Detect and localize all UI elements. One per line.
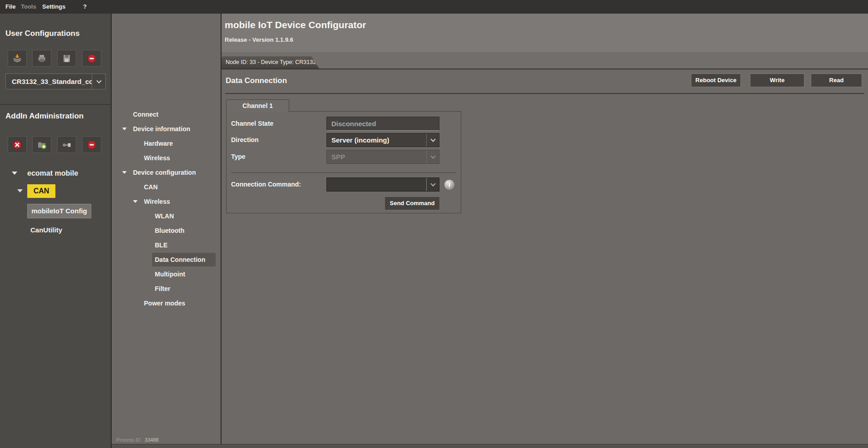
bottom-status-band [112, 444, 868, 448]
nav-item-data-connection[interactable]: Data Connection [112, 252, 221, 267]
chevron-down-icon [96, 78, 101, 83]
connection-command-value [327, 178, 426, 191]
nav-item-device-configuration[interactable]: Device configuration [112, 165, 221, 180]
read-button[interactable]: Read [811, 74, 862, 87]
print-config-button[interactable] [32, 50, 51, 67]
tree-node-canutility-label[interactable]: CanUtility [30, 226, 62, 234]
save-config-button[interactable] [57, 50, 76, 67]
connection-command-dropdown-button[interactable] [426, 178, 439, 191]
connection-command-row: Connection Command: [227, 177, 461, 192]
direction-dropdown-button[interactable] [426, 133, 439, 147]
import-config-button[interactable] [8, 50, 27, 67]
connection-command-label: Connection Command: [231, 177, 301, 192]
tree-node-mobileiot-label[interactable]: mobileIoT Config [27, 204, 91, 218]
user-configurations-title: User Configurations [5, 29, 79, 38]
menu-tools[interactable]: Tools [21, 0, 36, 14]
nav-item-wlan[interactable]: WLAN [112, 209, 221, 223]
reboot-device-button[interactable]: Reboot Device [691, 74, 741, 87]
section-divider [225, 93, 864, 94]
collapse-arrow-icon[interactable] [133, 200, 138, 203]
menu-help[interactable]: ? [83, 0, 87, 14]
process-id: Process ID33488 [116, 437, 158, 443]
config-select[interactable]: CR3132_33_Standard_conf [5, 74, 106, 89]
close-circle-icon [12, 139, 23, 150]
remove-circle-icon [86, 139, 97, 150]
type-select-value: SPP [327, 150, 426, 163]
section-title: Data Connection [226, 76, 287, 85]
direction-label: Direction [231, 133, 259, 147]
nav-item-multipoint[interactable]: Multipoint [112, 267, 221, 281]
chevron-down-icon [430, 137, 435, 142]
channel-panel: Channel State Disconnected Direction Ser… [226, 111, 461, 213]
channel-state-row: Channel State Disconnected [227, 117, 461, 131]
process-id-value: 33488 [145, 437, 159, 443]
connect-addin-button[interactable] [57, 136, 76, 153]
import-config-icon [12, 53, 23, 64]
tree-node-label[interactable]: ecomat mobile [27, 169, 78, 177]
close-addin-button[interactable] [8, 136, 27, 153]
direction-select-value: Server (incoming) [327, 133, 426, 147]
app-title: mobile IoT Device Configurator [225, 20, 366, 30]
sidebar: User Configurations CR3132_33_Standard_c… [0, 14, 111, 448]
connector-icon [61, 139, 72, 150]
delete-config-button[interactable] [82, 50, 101, 67]
menu-settings[interactable]: Settings [42, 0, 65, 14]
nav-item-can[interactable]: CAN [112, 180, 221, 194]
collapse-arrow-icon[interactable] [122, 128, 127, 130]
collapse-arrow-icon[interactable] [122, 171, 127, 174]
app-header: mobile IoT Device Configurator Release -… [222, 14, 868, 52]
nav-item-power-modes[interactable]: Power modes [112, 296, 221, 310]
config-select-value: CR3132_33_Standard_conf [6, 74, 92, 89]
tree-node-ecomat-mobile[interactable]: ecomat mobile [0, 168, 111, 180]
add-addin-button[interactable] [32, 136, 51, 153]
direction-row: Direction Server (incoming) [227, 133, 461, 147]
add-folder-icon [36, 139, 47, 150]
send-command-button[interactable]: Send Command [385, 197, 440, 210]
channel-state-label: Channel State [231, 117, 273, 131]
direction-select[interactable]: Server (incoming) [326, 133, 439, 147]
channel-1-tab[interactable]: Channel 1 [226, 99, 289, 112]
sidebar-divider [0, 104, 111, 105]
device-tab-label: Node ID: 33 - Device Type: CR3132 [222, 56, 319, 69]
nav-item-connect[interactable]: Connect [112, 107, 221, 122]
write-button[interactable]: Write [750, 74, 804, 87]
menu-bar: File Tools Settings ? [0, 0, 868, 14]
tree-node-mobileiot-config[interactable]: mobileIoT Config [0, 204, 111, 218]
type-label: Type [231, 150, 246, 164]
chevron-down-icon [430, 181, 435, 186]
tree-node-can[interactable]: CAN [0, 184, 111, 198]
nav-item-bluetooth[interactable]: Bluetooth [112, 223, 221, 238]
config-select-dropdown-button[interactable] [92, 74, 105, 89]
chevron-down-icon [430, 153, 435, 158]
main-content: mobile IoT Device Configurator Release -… [222, 14, 868, 448]
type-dropdown-button[interactable] [426, 150, 439, 163]
type-select[interactable]: SPP [326, 150, 439, 164]
nav-item-ble[interactable]: BLE [112, 238, 221, 252]
save-icon [61, 53, 72, 64]
nav-item-device-information[interactable]: Device information [112, 122, 221, 136]
info-icon[interactable]: i [444, 180, 454, 190]
menu-file[interactable]: File [5, 0, 15, 14]
tree-node-canutility[interactable]: CanUtility [0, 225, 111, 236]
channel-state-field: Disconnected [326, 117, 439, 131]
connection-command-select[interactable] [326, 177, 439, 192]
device-nav: Connect Device information Hardware Wire… [112, 14, 221, 448]
nav-item-filter[interactable]: Filter [112, 281, 221, 296]
remove-circle-icon [86, 53, 97, 64]
tree-expand-icon[interactable] [17, 189, 23, 192]
tree-node-can-label[interactable]: CAN [27, 184, 55, 198]
tab-strip-border [222, 69, 868, 69]
app-version: Release - Version 1.1.9.6 [225, 36, 293, 43]
nav-item-hardware[interactable]: Hardware [112, 136, 221, 151]
panel-divider [231, 172, 456, 173]
nav-item-wireless-info[interactable]: Wireless [112, 151, 221, 165]
addin-administration-title: AddIn Administration [5, 112, 84, 121]
printer-icon [36, 53, 47, 64]
nav-item-wireless-config[interactable]: Wireless [112, 194, 221, 209]
remove-addin-button[interactable] [82, 136, 101, 153]
tree-expand-icon[interactable] [12, 172, 17, 175]
process-id-label: Process ID [116, 437, 141, 443]
device-tab-strip [222, 52, 868, 69]
device-tab[interactable]: Node ID: 33 - Device Type: CR3132 [222, 56, 319, 69]
type-row: Type SPP [227, 150, 461, 164]
